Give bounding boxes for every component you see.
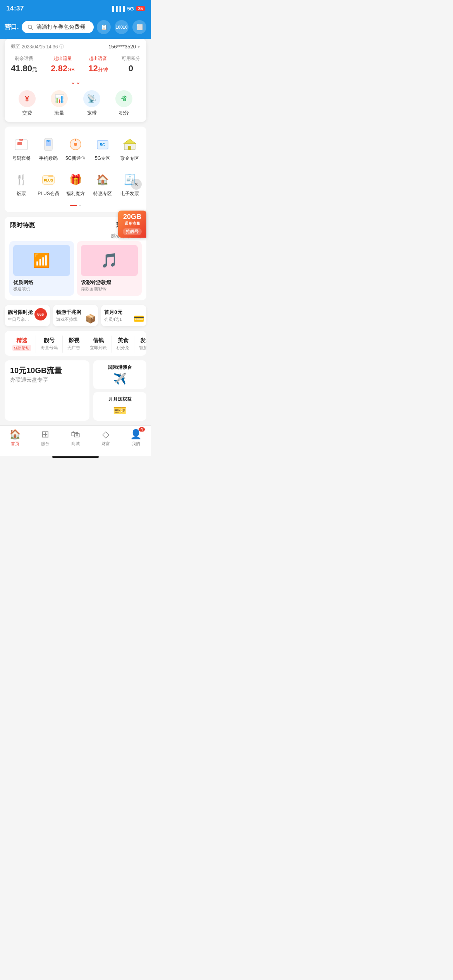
service-item-5g-comm[interactable]: 5G新通信 bbox=[62, 133, 89, 165]
svg-rect-18 bbox=[48, 175, 53, 177]
monthly-card-icon: 🎫 bbox=[113, 404, 127, 417]
deals-icon: 🏠 bbox=[94, 171, 111, 188]
scan-button[interactable]: ⬜ bbox=[132, 20, 146, 34]
content-card-intl[interactable]: 国际/港澳台 ✈️ bbox=[93, 360, 146, 389]
shop-icon: 🛍 bbox=[71, 429, 80, 440]
quick-action-data[interactable]: 📊 流量 bbox=[51, 90, 68, 117]
service-button[interactable]: 10010 bbox=[115, 20, 129, 34]
network-card-sub: 极速装机 bbox=[13, 286, 70, 292]
content-cards-row: 10元10GB流量 办联通云盘专享 国际/港澳台 ✈️ 月月送权益 🎫 bbox=[5, 360, 146, 421]
service-item-deals[interactable]: 🏠 特惠专区 bbox=[89, 168, 116, 200]
tab-vip-number[interactable]: 靓号 海量号码 bbox=[36, 336, 63, 353]
service-item-welfare[interactable]: 🎁 福利魔方 bbox=[62, 168, 89, 200]
phone-number: 156****3520 bbox=[108, 44, 136, 50]
service-item-food[interactable]: 🍴 饭票 bbox=[8, 168, 35, 200]
tab-featured[interactable]: 精选 优质活动 bbox=[8, 336, 36, 353]
tab-featured-name: 精选 bbox=[16, 337, 27, 344]
20gb-ribbon[interactable]: 20GB 通用流量 抢靓号 bbox=[118, 211, 146, 238]
service-label-5g-zone: 5G专区 bbox=[95, 155, 110, 162]
svg-rect-15 bbox=[128, 146, 131, 150]
services-label: 服务 bbox=[41, 441, 50, 447]
service-item-phone[interactable]: 5G 手机数码 bbox=[35, 133, 62, 165]
gov-icon bbox=[121, 136, 138, 153]
broadband-icon: 📡 bbox=[83, 90, 100, 107]
big-card-sub: 办联通云盘专享 bbox=[10, 377, 84, 384]
tab-loan-sub: 立即到账 bbox=[90, 345, 107, 351]
promo-card-network[interactable]: 📶 优质网络 极速装机 bbox=[9, 241, 74, 296]
content-card-big[interactable]: 10元10GB流量 办联通云盘专享 bbox=[5, 360, 89, 421]
service-grid-row2: 🍴 饭票 PLUS PLUS会员 🎁 福利魔方 🏠 特惠专区 🧾 电子发票 bbox=[8, 168, 143, 200]
app-logo: 营口. bbox=[5, 23, 19, 31]
expand-arrow[interactable]: ⌄⌄ bbox=[11, 78, 140, 86]
small-banner-free-first[interactable]: 首月0元 会员4选1 💳 bbox=[101, 305, 146, 326]
search-bar[interactable]: 滴滴打车券包免费领 bbox=[22, 21, 94, 33]
stat-value-points: 0 bbox=[122, 63, 140, 74]
tab-more[interactable]: 发… 智慧… bbox=[134, 336, 146, 353]
profile-label: 我的 bbox=[132, 441, 140, 447]
phone-icon: 5G bbox=[40, 136, 57, 153]
tab-video[interactable]: 影视 无广告 bbox=[63, 336, 85, 353]
status-bar: 14:37 ▐▐▐▐ 5G 25 bbox=[0, 0, 151, 17]
tab-food[interactable]: 美食 积分兑 bbox=[112, 336, 134, 353]
nav-item-wealth[interactable]: ◇ 财富 bbox=[91, 429, 121, 447]
scan-icon: ⬜ bbox=[132, 20, 146, 34]
intl-card-icon: ✈️ bbox=[113, 372, 127, 385]
pay-icon: ¥ bbox=[19, 90, 36, 107]
content-cards-small: 国际/港澳台 ✈️ 月月送权益 🎫 bbox=[93, 360, 146, 421]
content-card-monthly[interactable]: 月月送权益 🎫 bbox=[93, 392, 146, 421]
category-tabs: 精选 优质活动 靓号 海量号码 影视 无广告 借钱 立即到账 美食 积分兑 发…… bbox=[5, 331, 146, 356]
svg-marker-14 bbox=[124, 139, 136, 144]
nav-item-shop[interactable]: 🛍 商城 bbox=[60, 429, 91, 447]
ringtone-img: 🎵 bbox=[81, 245, 138, 276]
5g-comm-icon bbox=[67, 136, 84, 153]
promo-cards: 📶 优质网络 极速装机 🎵 设彩铃游敦煌 爆款国潮彩铃 bbox=[5, 241, 146, 300]
sign-in-button[interactable]: 📋 bbox=[97, 20, 111, 34]
quick-action-points[interactable]: 省 积分 bbox=[115, 90, 132, 117]
service-item-package[interactable]: 5G 号码套餐 bbox=[8, 133, 35, 165]
info-icon: ⓘ bbox=[59, 43, 64, 50]
signal-icon: ▐▐▐▐ bbox=[111, 6, 125, 12]
plus-icon: PLUS bbox=[40, 171, 57, 188]
status-icons: ▐▐▐▐ 5G 25 bbox=[111, 6, 145, 12]
service-item-plus[interactable]: PLUS PLUS会员 bbox=[35, 168, 62, 200]
nav-item-profile[interactable]: 👤 4 我的 bbox=[121, 429, 151, 447]
account-header: 截至 2023/04/15 14:36 ⓘ 156****3520 ▾ bbox=[11, 43, 140, 50]
free-first-icon: 💳 bbox=[134, 314, 144, 324]
account-stats: 剩余话费 41.80元 超出流量 2.82GB 超出语音 12分钟 可用积分 0 bbox=[11, 55, 140, 74]
service-item-5g-zone[interactable]: 5G 5G专区 bbox=[89, 133, 116, 165]
quick-actions: ¥ 交费 📊 流量 📡 宽带 省 积分 bbox=[11, 90, 140, 117]
small-banner-vip-number[interactable]: 靓号限时抢 生日号亲… 666 bbox=[5, 305, 50, 326]
quick-action-broadband[interactable]: 📡 宽带 bbox=[83, 90, 100, 117]
account-card: 截至 2023/04/15 14:36 ⓘ 156****3520 ▾ 剩余话费… bbox=[5, 39, 146, 122]
tab-vip-number-sub: 海量号码 bbox=[41, 345, 58, 351]
stat-value-fee: 41.80元 bbox=[11, 63, 37, 74]
nav-item-home[interactable]: 🏠 首页 bbox=[0, 429, 30, 447]
close-button[interactable]: ✕ bbox=[131, 179, 142, 190]
service-label-gov: 政企专区 bbox=[120, 155, 139, 162]
stat-label-voice: 超出语音 bbox=[88, 55, 108, 62]
status-time: 14:37 bbox=[6, 5, 24, 12]
5g-zone-icon: 5G bbox=[94, 136, 111, 153]
account-date: 截至 2023/04/15 14:36 ⓘ bbox=[11, 43, 64, 50]
quick-action-pay[interactable]: ¥ 交费 bbox=[19, 90, 36, 117]
page-dots bbox=[8, 203, 143, 209]
limited-offer-title: 限时特惠 bbox=[10, 221, 35, 230]
header: 营口. 滴滴打车券包免费领 📋 10010 ⬜ bbox=[0, 17, 151, 39]
service-item-gov[interactable]: 政企专区 bbox=[116, 133, 143, 165]
nav-item-services[interactable]: ⊞ 服务 bbox=[30, 429, 60, 447]
stat-remaining-fee[interactable]: 剩余话费 41.80元 bbox=[11, 55, 37, 74]
stat-points[interactable]: 可用积分 0 bbox=[122, 55, 140, 74]
stat-exceeded-data[interactable]: 超出流量 2.82GB bbox=[51, 55, 75, 74]
service-label-package: 号码套餐 bbox=[12, 155, 31, 162]
tab-loan[interactable]: 借钱 立即到账 bbox=[85, 336, 112, 353]
small-banner-gigabit[interactable]: 畅游千兆网 游戏不掉线 📦 bbox=[53, 305, 98, 326]
points-icon: 省 bbox=[115, 90, 132, 107]
svg-text:5G: 5G bbox=[46, 140, 50, 142]
date-prefix: 截至 bbox=[11, 43, 20, 50]
points-label: 积分 bbox=[119, 110, 129, 117]
dot-inactive bbox=[79, 205, 81, 206]
promo-card-ringtone[interactable]: 🎵 设彩铃游敦煌 爆款国潮彩铃 bbox=[77, 241, 142, 296]
account-number[interactable]: 156****3520 ▾ bbox=[108, 44, 140, 50]
svg-point-9 bbox=[74, 143, 77, 146]
stat-exceeded-voice[interactable]: 超出语音 12分钟 bbox=[88, 55, 108, 74]
